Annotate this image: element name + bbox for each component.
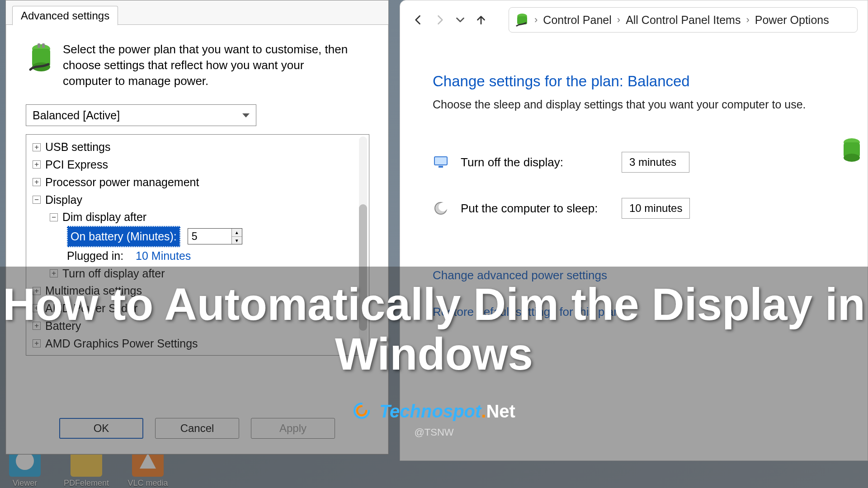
sleep-dropdown[interactable]: 10 minutes — [622, 198, 690, 219]
setting-row-sleep: Put the computer to sleep: 10 minutes — [433, 198, 868, 219]
article-headline: How to Automatically Dim the Display in … — [0, 279, 868, 379]
tree-node-pci[interactable]: +PCI Express — [29, 156, 366, 174]
tree-node-on-battery[interactable]: On battery (Minutes): ▲ ▼ — [29, 226, 366, 247]
nav-up-button[interactable] — [472, 11, 490, 28]
brand-part2: Net — [486, 401, 515, 421]
tab-strip: Advanced settings — [6, 0, 388, 25]
tree-node-usb[interactable]: +USB settings — [29, 138, 366, 156]
chevron-right-icon: › — [745, 14, 750, 26]
sleep-label: Put the computer to sleep: — [461, 202, 610, 216]
on-battery-value-input[interactable] — [188, 229, 231, 244]
collapse-icon[interactable]: − — [33, 196, 41, 204]
spinner-up-button[interactable]: ▲ — [232, 229, 242, 236]
breadcrumb-segment[interactable]: Control Panel — [543, 14, 611, 27]
brand-handle: @TSNW — [0, 427, 868, 438]
logo-swirl-icon — [353, 402, 371, 424]
chevron-right-icon: › — [533, 14, 538, 26]
battery-icon — [28, 42, 54, 89]
plugged-in-value[interactable]: 10 Minutes — [136, 247, 191, 265]
explorer-toolbar: › Control Panel › All Control Panel Item… — [400, 0, 868, 39]
svg-rect-10 — [434, 157, 447, 165]
spinner-down-button[interactable]: ▼ — [232, 236, 242, 244]
setting-row-display-off: Turn off the display: 3 minutes — [433, 152, 868, 173]
nav-back-button[interactable] — [410, 11, 427, 28]
page-title: Change settings for the plan: Balanced — [433, 73, 868, 90]
breadcrumb-segment[interactable]: Power Options — [755, 14, 829, 27]
tree-node-processor[interactable]: +Processor power management — [29, 174, 366, 191]
turn-off-display-label: Turn off the display: — [461, 155, 610, 169]
on-battery-label: On battery (Minutes): — [67, 226, 180, 247]
power-plan-dropdown[interactable]: Balanced [Active] — [26, 104, 256, 126]
collapse-icon[interactable]: − — [50, 213, 58, 221]
moon-icon — [433, 200, 449, 216]
svg-rect-4 — [42, 43, 45, 48]
power-plan-selected: Balanced [Active] — [33, 109, 120, 122]
dialog-intro-text: Select the power plan that you want to c… — [63, 42, 352, 89]
breadcrumb-segment[interactable]: All Control Panel Items — [626, 14, 741, 27]
plugged-in-label: Plugged in: — [67, 247, 123, 265]
brand-part1: Technospot — [379, 401, 481, 421]
page-subtitle: Choose the sleep and display settings th… — [433, 98, 868, 111]
expand-icon[interactable]: + — [33, 143, 41, 151]
turn-off-display-dropdown[interactable]: 3 minutes — [622, 152, 689, 173]
nav-recent-dropdown[interactable] — [452, 11, 469, 28]
expand-icon[interactable]: + — [33, 160, 41, 169]
chevron-right-icon: › — [616, 14, 621, 26]
breadcrumb-bar[interactable]: › Control Panel › All Control Panel Item… — [509, 7, 858, 33]
nav-forward-button[interactable] — [431, 11, 448, 28]
expand-icon[interactable]: + — [33, 178, 41, 186]
power-options-icon — [515, 12, 529, 28]
tree-node-plugged-in[interactable]: Plugged in: 10 Minutes — [29, 247, 366, 265]
svg-point-9 — [844, 154, 860, 162]
battery-column-icon — [840, 136, 863, 166]
svg-rect-3 — [38, 43, 40, 48]
svg-point-13 — [439, 202, 448, 211]
on-battery-spinner[interactable]: ▲ ▼ — [188, 228, 242, 244]
tab-advanced-settings[interactable]: Advanced settings — [12, 6, 118, 25]
svg-rect-11 — [439, 166, 443, 168]
site-logo: Technospot.Net — [0, 401, 868, 424]
monitor-icon — [433, 154, 449, 170]
chevron-down-icon — [242, 113, 250, 117]
tree-node-display[interactable]: −Display — [29, 191, 366, 209]
tree-node-dim-display[interactable]: −Dim display after — [29, 208, 366, 226]
